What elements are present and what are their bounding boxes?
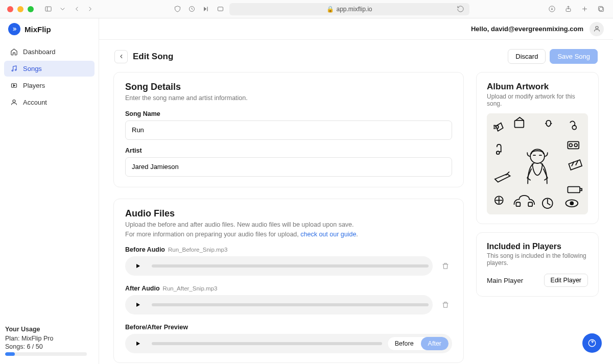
edit-player-button[interactable]: Edit Player	[544, 274, 588, 287]
back-icon[interactable]	[72, 4, 82, 14]
usage-songs: Songs: 6 / 50	[5, 343, 93, 350]
usage-fill	[5, 352, 15, 356]
before-delete[interactable]	[439, 259, 452, 273]
field-label-songname: Song Name	[125, 110, 452, 117]
after-audio-label: After Audio Run_After_Snip.mp3	[125, 285, 452, 292]
logo[interactable]: MixFlip	[0, 18, 99, 40]
after-delete[interactable]	[439, 298, 452, 311]
song-details-card: Song Details Enter the song name and art…	[113, 72, 464, 187]
toggle-before[interactable]: Before	[388, 337, 421, 350]
card-heading: Album Artwork	[487, 82, 588, 92]
discard-button[interactable]: Discard	[508, 49, 546, 64]
svg-rect-0	[45, 7, 51, 11]
toggle-after[interactable]: After	[421, 337, 449, 350]
preview-player: Before After	[125, 334, 452, 353]
lock-icon: 🔒	[326, 6, 334, 13]
card-heading: Audio Files	[125, 208, 452, 219]
usage-title: Your Usage	[5, 326, 93, 333]
before-audio-label: Before Audio Run_Before_Snip.mp3	[125, 246, 452, 253]
player-row: Main Player Edit Player	[487, 274, 588, 287]
newtab-icon[interactable]	[579, 4, 590, 14]
topbar: Hello, david@evergreenmixing.com	[99, 18, 613, 40]
nav-label: Account	[23, 99, 47, 106]
svg-point-10	[13, 100, 15, 103]
player-name: Main Player	[487, 277, 523, 284]
back-button[interactable]	[114, 50, 128, 63]
window-minimize[interactable]	[17, 6, 23, 12]
traffic-lights	[7, 6, 34, 12]
after-play-button[interactable]	[129, 296, 147, 313]
help-fab[interactable]	[582, 333, 602, 353]
before-file: Run_Before_Snip.mp3	[168, 247, 227, 253]
svg-point-26	[570, 202, 573, 205]
after-file: Run_After_Snip.mp3	[163, 285, 218, 292]
before-after-toggle: Before After	[387, 336, 449, 351]
sidebar: MixFlip Dashboard Songs Players Account …	[0, 18, 99, 364]
preview-track[interactable]	[152, 342, 382, 345]
usage: Your Usage Plan: MixFlip Pro Songs: 6 / …	[0, 321, 99, 364]
play-skip-icon[interactable]	[201, 4, 211, 14]
logo-icon	[8, 23, 20, 35]
preview-label: Before/After Preview	[125, 324, 452, 331]
card-sub: Upload or modify artwork for this song.	[487, 93, 588, 107]
after-player	[125, 295, 433, 314]
card-sub: This song is included in the following p…	[487, 252, 588, 266]
before-player	[125, 256, 433, 276]
address-bar[interactable]: 🔒 app.mixflip.io	[229, 3, 469, 15]
artwork-card: Album Artwork Upload or modify artwork f…	[476, 72, 599, 224]
browser-chrome: 🔒 app.mixflip.io	[0, 0, 613, 18]
url-host: app.mixflip.io	[336, 6, 372, 13]
field-label-artist: Artist	[125, 147, 452, 154]
nav-account[interactable]: Account	[4, 94, 95, 110]
tabs-icon[interactable]	[596, 4, 606, 14]
main: Hello, david@evergreenmixing.com Edit So…	[99, 18, 613, 364]
before-play-button[interactable]	[129, 257, 147, 275]
share-icon[interactable]	[563, 4, 573, 14]
brand: MixFlip	[25, 25, 51, 34]
avatar[interactable]	[590, 22, 604, 36]
sidebar-toggle-icon[interactable]	[43, 4, 53, 14]
artist-input[interactable]	[125, 157, 452, 177]
players-card: Included in Players This song is include…	[476, 232, 599, 297]
usage-plan: Plan: MixFlip Pro	[5, 335, 93, 342]
svg-point-11	[596, 27, 598, 29]
nav-label: Songs	[23, 65, 42, 72]
svg-rect-6	[598, 7, 602, 11]
save-button[interactable]: Save Song	[550, 49, 598, 64]
greeting: Hello, david@evergreenmixing.com	[471, 25, 583, 33]
svg-point-7	[12, 70, 13, 71]
song-name-input[interactable]	[125, 120, 452, 140]
nav-label: Players	[23, 82, 45, 89]
nav-dashboard[interactable]: Dashboard	[4, 44, 95, 60]
forward-icon[interactable]	[85, 4, 95, 14]
svg-point-8	[15, 69, 16, 71]
reader-icon[interactable]	[186, 4, 197, 14]
textsize-icon[interactable]	[215, 4, 225, 14]
card-heading: Song Details	[125, 82, 452, 92]
nav-label: Dashboard	[23, 48, 56, 56]
after-track[interactable]	[152, 303, 429, 306]
nav: Dashboard Songs Players Account	[0, 40, 99, 114]
card-sub: Enter the song name and artist informati…	[125, 93, 452, 103]
preview-play-button[interactable]	[129, 335, 147, 352]
chevron-down-icon[interactable]	[57, 4, 67, 14]
audio-files-card: Audio Files Upload the before and after …	[113, 199, 464, 363]
before-track[interactable]	[152, 264, 429, 268]
svg-rect-5	[599, 7, 603, 11]
nav-players[interactable]: Players	[4, 78, 95, 93]
nav-songs[interactable]: Songs	[4, 61, 95, 77]
card-sub: Upload the before and after audio files.…	[125, 220, 452, 239]
guide-link[interactable]: check out our guide	[300, 231, 356, 238]
usage-bar	[5, 352, 87, 356]
page-title: Edit Song	[133, 52, 173, 62]
svg-rect-2	[218, 7, 223, 11]
shield-icon[interactable]	[172, 4, 182, 14]
window-zoom[interactable]	[28, 6, 34, 12]
download-icon[interactable]	[547, 4, 557, 14]
card-heading: Included in Players	[487, 242, 588, 251]
window-close[interactable]	[7, 6, 13, 12]
refresh-icon[interactable]	[455, 4, 465, 14]
artwork-image[interactable]	[487, 113, 588, 214]
